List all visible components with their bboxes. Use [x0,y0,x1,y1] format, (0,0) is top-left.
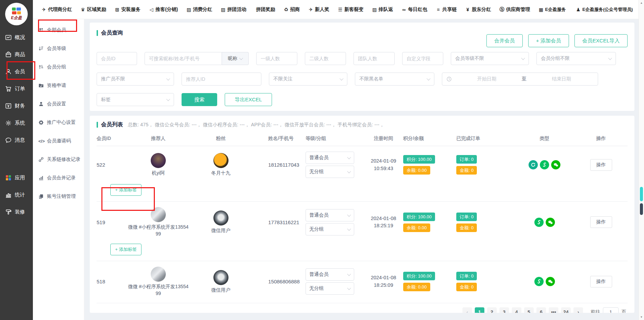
keyword-input[interactable] [145,52,222,65]
member-submenu: 全部会员 会员等级 会员分组 资格申请 会员设置 推广中心设置 </> 会员邀请… [33,19,84,320]
sidebar-item-member[interactable]: 会员 [0,63,33,80]
pagination-page-1[interactable]: 1 [475,307,484,313]
topnav-item-agent-dividend[interactable]: ✈代理商分红 [41,7,72,13]
referrer-id-input[interactable] [182,73,261,86]
sidebar-item-label: 应用 [15,175,25,181]
submenu-item-member-settings[interactable]: 会员设置 [33,95,84,113]
add-tag-button[interactable]: + 添加标签 [110,184,141,196]
keyword-type-select[interactable]: 昵称 [222,52,249,65]
fan-avatar[interactable] [213,210,228,226]
level-select[interactable]: 普通会员 [306,268,354,281]
topnav-item-shareholder-dividend[interactable]: ¥股东分红 [465,7,491,13]
member-phone: 17783116221 [249,219,306,225]
row-action-button[interactable]: 操作 [590,216,612,228]
topnav-item-supplier-management[interactable]: Ⓢ供应商管理 [499,7,530,13]
member-group-select[interactable]: 会员分组不限 [536,52,616,65]
custom-field-input[interactable] [402,52,443,65]
row-action-button[interactable]: 操作 [590,159,612,171]
follow-select[interactable]: 不限关注 [269,73,347,86]
excel-import-button[interactable]: 会员EXCEL导入 [574,34,628,47]
submenu-item-member-level[interactable]: 会员等级 [33,39,84,58]
member-level-select[interactable]: 会员等级不限 [451,52,529,65]
fan-avatar[interactable] [213,153,228,168]
pagination-prev[interactable]: ‹ [462,307,472,313]
export-excel-button[interactable]: 导出EXCEL [225,93,272,106]
merge-member-button[interactable]: 合并会员 [486,34,523,47]
team-count-input[interactable] [354,52,395,65]
submenu-item-invite-code[interactable]: </> 会员邀请码 [33,132,84,150]
member-list-panel: 会员列表 总数: 475， 微信公众号会员: ---， 微信小程序会员: ---… [90,116,634,313]
blacklist-select[interactable]: 不限黑名单 [355,73,434,86]
page-scrollbar[interactable]: ▲ ▼ [639,0,644,320]
date-range-picker[interactable]: 开始日期 至 结束日期 [442,73,598,86]
topnav-item-share-chain[interactable]: ≡共享链 [435,7,457,13]
sidebar-item-order[interactable]: 订单 [0,80,33,97]
pagination-page-4[interactable]: 4 [512,307,521,313]
submenu-item-merge-log[interactable]: 会员合并记录 [33,169,84,187]
sidebar-item-apps[interactable]: 应用 [0,169,33,186]
scroll-up-icon[interactable]: ▲ [639,1,644,4]
topnav-item-distribution[interactable]: ◁推客(分销) [149,7,178,13]
pagination-page-5[interactable]: 5 [524,307,534,313]
topnav-item-queue-return[interactable]: ▨排队返 [372,7,393,13]
topnav-item-region-reward[interactable]: ♛区域奖励 [80,7,106,13]
topnav-item-new-customer[interactable]: ☰新客裂变 [337,7,363,13]
pagination-ellipsis[interactable]: ••• [549,307,558,313]
balance-badge: 余额: 0.00 [403,166,430,175]
link-icon: ∞ [401,7,407,12]
level-select[interactable]: 普通会员 [306,209,354,221]
level-select[interactable]: 普通会员 [306,152,354,164]
group-select[interactable]: 无分组 [306,223,354,235]
sidebar-item-goods[interactable]: 商品 [0,46,33,63]
referrer-avatar[interactable] [151,267,166,282]
topnav-item-consume-dividend[interactable]: ▨消费分红 [186,7,212,13]
pagination-page-2[interactable]: 2 [487,307,497,313]
pagination-next[interactable]: › [573,307,583,313]
referrer-avatar[interactable] [151,207,166,222]
list-icon: ≡ [435,7,441,12]
sidebar-item-finance[interactable]: 财务 [0,97,33,114]
goto-page-input[interactable] [603,307,619,313]
submenu-item-member-group[interactable]: 会员分组 [33,58,84,76]
add-member-button[interactable]: + 添加会员 [528,34,569,47]
submenu-item-relation-log[interactable]: 关系链修改记录 [33,150,84,169]
topnav-item-investment[interactable]: ♻招商 [283,7,300,13]
topnav-item-install-service[interactable]: ⊞安装服务 [114,7,140,13]
member-id: 518 [97,279,124,284]
pagination-page-24[interactable]: 24 [561,307,571,313]
row-action-button[interactable]: 操作 [590,276,612,287]
sidebar-item-system[interactable]: 系统 [0,114,33,131]
submenu-item-account-cancel[interactable]: 账号注销管理 [33,187,84,206]
scroll-marker-dark [640,203,643,215]
level2-count-input[interactable] [305,52,346,65]
topnav-item-newbie-award[interactable]: ✈新人奖 [308,7,329,13]
member-icon [5,68,12,75]
topnav-item-group-reward[interactable]: 拼团奖励 [255,7,275,13]
pagination-page-3[interactable]: 3 [499,307,509,313]
sidebar-item-decorate[interactable]: 装修 [0,203,33,220]
topnav-item-group-activity[interactable]: ▨拼团活动 [220,7,246,13]
fan-avatar[interactable] [213,270,228,285]
sidebar-item-message[interactable]: 消息 [0,131,33,149]
sidebar-item-stats[interactable]: 统计 [0,186,33,203]
referrer-name: 微微 #小程序系统开发13554 99 [126,223,191,238]
pagination-page-6[interactable]: 6 [536,307,546,313]
tag-select[interactable]: 标签 [97,93,174,106]
submenu-item-qualification[interactable]: 资格申请 [33,76,84,95]
submenu-item-promotion-settings[interactable]: 推广中心设置 [33,113,84,132]
promoter-select[interactable]: 推广员不限 [97,73,174,86]
topnav-service-entry[interactable]: ▦E企盈服务 [538,7,566,13]
topnav-item-daily-redpacket[interactable]: ∞每日红包 [401,7,427,13]
search-button[interactable]: 搜索 [182,93,217,106]
member-id-input[interactable] [97,52,137,65]
submenu-item-all-members[interactable]: 全部会员 [33,21,84,39]
topnav-account-menu[interactable]: ♟E企盈服务(公众号管理员) [575,7,633,13]
col-header-completed-orders: 已完成订单 [456,136,515,142]
referrer-avatar[interactable] [151,153,166,168]
group-select[interactable]: 无分组 [306,282,354,295]
group-select[interactable]: 无分组 [306,166,354,178]
add-tag-button[interactable]: + 添加标签 [110,244,141,255]
level1-count-input[interactable] [256,52,297,65]
sidebar-item-overview[interactable]: 概况 [0,29,33,46]
scroll-down-icon[interactable]: ▼ [639,316,644,319]
